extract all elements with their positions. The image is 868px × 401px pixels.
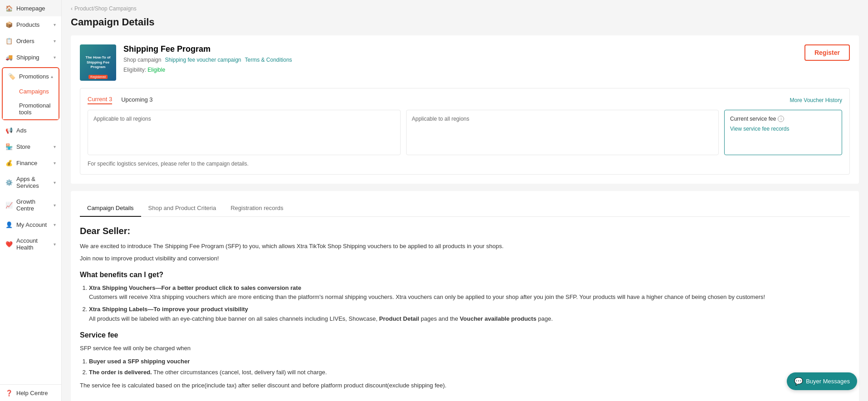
chevron-down-icon: ▾	[54, 22, 56, 27]
sidebar-label-apps: Apps & Services	[16, 176, 54, 189]
promotions-submenu: Campaigns Promotional tools	[3, 84, 59, 119]
voucher-tab-upcoming[interactable]: Upcoming 3	[121, 96, 152, 104]
campaign-thumbnail: The How-To ofShipping FeeProgram Registe…	[80, 44, 116, 81]
tab-shop-product-criteria[interactable]: Shop and Product Criteria	[141, 200, 224, 217]
voucher-card-2-text: Applicable to all regions	[412, 116, 470, 122]
products-icon: 📦	[5, 21, 13, 28]
main-content: ‹ Product/Shop Campaigns Campaign Detail…	[62, 0, 868, 401]
tab-registration-records[interactable]: Registration records	[223, 200, 290, 217]
message-icon: 💬	[794, 377, 803, 386]
voucher-section: Current 3 Upcoming 3 More Voucher Histor…	[80, 88, 850, 175]
sidebar-item-account-health[interactable]: ❤️ Account Health ▾	[0, 233, 61, 255]
sfp-desc: SFP service fee will only be charged whe…	[80, 344, 850, 353]
chevron-down-icon: ▾	[54, 55, 56, 60]
sidebar-label-promotions: Promotions	[19, 73, 49, 80]
chevron-down-icon: ▾	[54, 222, 56, 227]
voucher-card-2: Applicable to all regions	[406, 110, 719, 155]
campaign-info: Shipping Fee Program Shop campaign Shipp…	[123, 44, 797, 73]
sfp-fee-2-desc: The other circumstances (cancel, lost, d…	[153, 369, 327, 376]
shipping-icon: 🚚	[5, 54, 13, 61]
campaign-links: Shop campaign Shipping fee voucher campa…	[123, 57, 797, 63]
sidebar-label-growth: Growth Centre	[16, 198, 54, 212]
voucher-note: For specific logistics services, please …	[88, 161, 842, 167]
service-fee-text: Current service fee	[730, 116, 776, 122]
sfp-fee-2-bold: The order is delivered.	[89, 369, 152, 376]
terms-conditions-link[interactable]: Terms & Conditions	[245, 57, 292, 63]
sidebar-label-ads: Ads	[16, 127, 26, 134]
sidebar-item-help-centre[interactable]: ❓ Help Centre	[0, 384, 61, 401]
chevron-down-icon: ▾	[54, 39, 56, 44]
tab-campaign-details[interactable]: Campaign Details	[80, 200, 141, 217]
greeting-heading: Dear Seller:	[80, 226, 850, 236]
health-icon: ❤️	[5, 240, 13, 248]
benefits-heading: What benefits can I get?	[80, 271, 850, 279]
chevron-down-icon: ▾	[54, 180, 56, 185]
sidebar-label-homepage: Homepage	[16, 5, 45, 12]
benefit-2-bold-end: Voucher available products	[460, 315, 536, 322]
voucher-card-1: Applicable to all regions	[88, 110, 401, 155]
help-icon: ❓	[5, 389, 13, 396]
sfp-fee-list: Buyer used a SFP shipping voucher The or…	[80, 357, 850, 378]
store-icon: 🏪	[5, 143, 13, 150]
breadcrumb: ‹ Product/Shop Campaigns	[62, 0, 868, 14]
sidebar-item-promotional-tools[interactable]: Promotional tools	[3, 98, 59, 119]
sidebar-item-campaigns[interactable]: Campaigns	[3, 84, 59, 98]
detail-tabs-card: Campaign Details Shop and Product Criter…	[71, 191, 859, 401]
benefit-1-desc: Customers will receive Xtra shipping vou…	[89, 293, 765, 300]
voucher-tab-current[interactable]: Current 3	[88, 96, 112, 104]
thumb-badge: Registered	[88, 75, 108, 79]
benefit-2-end: page.	[538, 315, 553, 322]
sidebar-item-promotions[interactable]: 🏷️ Promotions ▴	[3, 68, 59, 84]
chevron-down-icon: ▾	[54, 242, 56, 247]
chevron-up-icon: ▴	[51, 74, 53, 79]
sidebar-item-shipping[interactable]: 🚚 Shipping ▾	[0, 49, 61, 65]
sidebar-item-store[interactable]: 🏪 Store ▾	[0, 138, 61, 155]
thumb-text: The How-To ofShipping FeeProgram	[86, 55, 111, 69]
orders-icon: 📋	[5, 37, 13, 44]
buyer-messages-button[interactable]: 💬 Buyer Messages	[787, 372, 857, 390]
benefits-list: Xtra Shipping Vouchers—For a better prod…	[80, 284, 850, 324]
sidebar-item-my-account[interactable]: 👤 My Account ▾	[0, 216, 61, 233]
sidebar-label-my-account: My Account	[16, 221, 47, 228]
voucher-card-1-text: Applicable to all regions	[93, 116, 151, 122]
benefit-2: Xtra Shipping Labels—To improve your pro…	[89, 305, 850, 324]
sidebar-item-homepage[interactable]: 🏠 Homepage	[0, 0, 61, 16]
sidebar-item-products[interactable]: 📦 Products ▾	[0, 16, 61, 33]
sidebar-item-ads[interactable]: 📢 Ads	[0, 122, 61, 138]
chevron-down-icon: ▾	[54, 161, 56, 166]
chevron-down-icon: ▾	[54, 144, 56, 149]
page-title: Campaign Details	[62, 14, 868, 35]
sfp-fee-3: The service fee is calculated based on t…	[80, 381, 850, 391]
voucher-tabs: Current 3 Upcoming 3 More Voucher Histor…	[88, 96, 842, 104]
voucher-grid: Applicable to all regions Applicable to …	[88, 110, 842, 155]
detail-tabs: Campaign Details Shop and Product Criter…	[80, 200, 850, 217]
benefit-1-bold: Xtra Shipping Vouchers—For a better prod…	[89, 284, 301, 291]
campaign-name: Shipping Fee Program	[123, 44, 797, 54]
sidebar-item-finance[interactable]: 💰 Finance ▾	[0, 155, 61, 171]
growth-icon: 📈	[5, 201, 13, 209]
sidebar-item-orders[interactable]: 📋 Orders ▾	[0, 33, 61, 49]
breadcrumb-parent[interactable]: Product/Shop Campaigns	[74, 5, 137, 12]
promotions-section: 🏷️ Promotions ▴ Campaigns Promotional to…	[2, 67, 59, 120]
benefit-1: Xtra Shipping Vouchers—For a better prod…	[89, 284, 850, 303]
sidebar-label-shipping: Shipping	[16, 54, 39, 61]
service-fee-card: Current service fee i View service fee r…	[724, 110, 842, 155]
service-fee-heading: Service fee	[80, 331, 850, 339]
home-icon: 🏠	[5, 5, 13, 12]
more-voucher-link[interactable]: More Voucher History	[790, 97, 842, 103]
benefit-2-desc2: pages and the	[421, 315, 458, 322]
sidebar-label-account-health: Account Health	[16, 237, 54, 251]
breadcrumb-sep: ‹	[71, 5, 73, 12]
eligibility: Eligibility: Eligible	[123, 67, 797, 73]
register-button[interactable]: Register	[804, 44, 850, 61]
sidebar-item-growth-centre[interactable]: 📈 Growth Centre ▾	[0, 194, 61, 216]
ads-icon: 📢	[5, 127, 13, 134]
sfp-fee-2: The order is delivered. The other circum…	[89, 368, 850, 377]
campaign-header: The How-To ofShipping FeeProgram Registe…	[80, 44, 850, 81]
sidebar: 🏠 Homepage 📦 Products ▾ 📋 Orders ▾ 🚚 Shi…	[0, 0, 62, 401]
shipping-voucher-link[interactable]: Shipping fee voucher campaign	[165, 57, 241, 63]
sidebar-label-products: Products	[16, 21, 39, 28]
view-fee-link[interactable]: View service fee records	[730, 126, 836, 132]
chevron-down-icon: ▾	[54, 203, 56, 208]
sidebar-item-apps-services[interactable]: ⚙️ Apps & Services ▾	[0, 171, 61, 194]
